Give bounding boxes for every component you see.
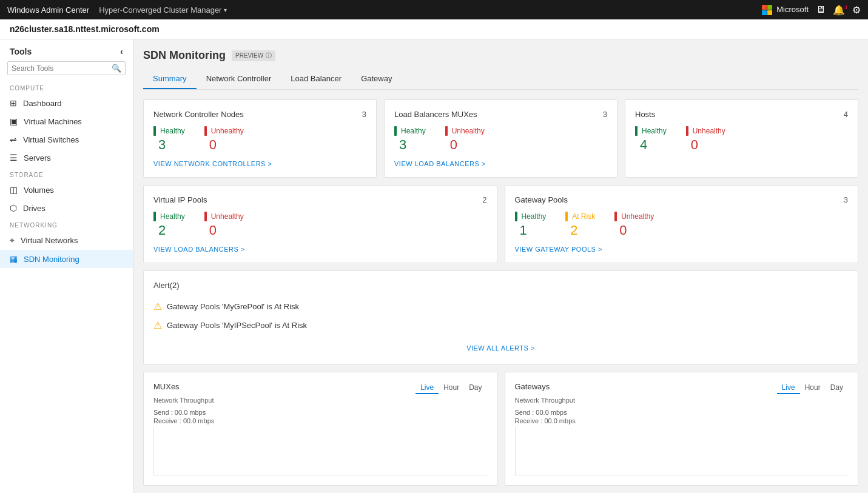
- lbm-unhealthy-indicator: [445, 126, 448, 136]
- tab-load-balancer[interactable]: Load Balancer: [281, 69, 351, 89]
- chart-gateways-time-tabs: Live Hour Day: [777, 382, 848, 394]
- stat-lbm-unhealthy: Unhealthy 0: [445, 126, 485, 153]
- chart-gateways: Gateways Live Hour Day Network Throughpu…: [505, 372, 859, 486]
- gp-unhealthy-value: 0: [614, 223, 654, 238]
- chart-muxes-time-tabs: Live Hour Day: [415, 382, 486, 394]
- alert-title: Alert(2): [153, 281, 848, 290]
- preview-badge: PREVIEW ⓘ: [232, 50, 275, 61]
- gp-at-risk-value: 2: [565, 223, 595, 238]
- stat-gp-healthy: Healthy 1: [515, 212, 547, 238]
- chart-gateways-tab-hour[interactable]: Hour: [800, 382, 826, 394]
- sidebar-item-virtual-switches[interactable]: ⇌ Virtual Switches: [0, 130, 133, 149]
- alert-item-1: ⚠ Gateway Pools 'MyIPSecPool' is At Risk: [153, 316, 848, 335]
- ms-logo-blue: [762, 10, 767, 15]
- app-name: Windows Admin Center: [7, 5, 89, 15]
- monitor-icon[interactable]: 🖥: [816, 4, 826, 15]
- alert-text-0: Gateway Pools 'MyGrePool' is At Risk: [167, 302, 299, 311]
- stat-lbm-healthy: Healthy 3: [394, 126, 426, 153]
- stat-ncn-unhealthy: Unhealthy 0: [204, 126, 244, 153]
- sidebar: Tools ‹ 🔍 COMPUTE ⊞ Dashboard ▣ Virtual …: [0, 39, 133, 493]
- stat-vip-unhealthy: Unhealthy 0: [204, 212, 244, 238]
- card-lbm-count: 3: [603, 110, 607, 119]
- chart-muxes-subtitle: Network Throughput: [153, 397, 487, 404]
- card-virtual-ip-pools: Virtual IP Pools 2 Healthy 2 U: [143, 185, 497, 263]
- stat-gp-unhealthy: Unhealthy 0: [614, 212, 654, 238]
- view-all-alerts-link[interactable]: VIEW ALL ALERTS >: [153, 335, 848, 354]
- chart-muxes-tab-hour[interactable]: Hour: [439, 382, 464, 394]
- sidebar-search[interactable]: 🔍: [7, 61, 126, 75]
- sidebar-item-virtual-machines[interactable]: ▣ Virtual Machines: [0, 112, 133, 130]
- cluster-name: n26cluster.sa18.nttest.microsoft.com: [10, 24, 160, 34]
- chart-gateways-send: Send : 00.0 mbps: [515, 409, 849, 416]
- card-hosts-count: 4: [844, 110, 848, 119]
- page-header: SDN Monitoring PREVIEW ⓘ: [143, 49, 858, 62]
- sidebar-item-sdn-monitoring[interactable]: ▦ SDN Monitoring: [0, 250, 133, 268]
- lbm-healthy-value: 3: [394, 137, 426, 153]
- tab-network-controller[interactable]: Network Controller: [197, 69, 281, 89]
- chart-gateways-title: Gateways: [515, 382, 550, 391]
- sidebar-item-virtual-networks[interactable]: ⌖ Virtual Networks: [0, 231, 133, 250]
- gp-link[interactable]: VIEW GATEWAY POOLS >: [515, 246, 849, 253]
- card-vip-stats: Healthy 2 Unhealthy 0: [153, 212, 487, 238]
- microsoft-label: Microsoft: [776, 5, 809, 15]
- card-ncn-count: 3: [362, 110, 366, 119]
- stat-gp-at-risk: At Risk 2: [565, 212, 595, 238]
- card-gateway-pools: Gateway Pools 3 Healthy 1 At R: [505, 185, 859, 263]
- ms-logo-yellow: [767, 10, 772, 15]
- chart-gateways-header: Gateways Live Hour Day: [515, 382, 849, 394]
- collapse-icon[interactable]: ‹: [120, 47, 123, 56]
- stat-hosts-unhealthy: Unhealthy 0: [686, 126, 725, 153]
- hosts-healthy-indicator: [635, 126, 638, 136]
- card-hosts-stats: Healthy 4 Unhealthy 0: [635, 126, 848, 153]
- card-hosts-title: Hosts: [635, 110, 655, 119]
- sidebar-label-dashboard: Dashboard: [23, 99, 62, 108]
- chart-gateways-tab-day[interactable]: Day: [826, 382, 848, 394]
- tab-bar: Summary Network Controller Load Balancer…: [143, 69, 858, 90]
- sidebar-item-volumes[interactable]: ◫ Volumes: [0, 181, 133, 199]
- card-hosts: Hosts 4 Healthy 4 Unhealthy: [625, 99, 858, 178]
- ncn-unhealthy-indicator: [204, 126, 207, 136]
- vip-unhealthy-label: Unhealthy: [211, 212, 244, 221]
- gp-healthy-indicator: [515, 212, 517, 221]
- preview-label: PREVIEW: [235, 52, 263, 59]
- tab-gateway[interactable]: Gateway: [351, 69, 402, 89]
- chart-gateways-tab-live[interactable]: Live: [777, 382, 800, 394]
- preview-info-icon[interactable]: ⓘ: [266, 52, 272, 60]
- gp-unhealthy-label: Unhealthy: [621, 212, 654, 221]
- chart-muxes-tab-day[interactable]: Day: [464, 382, 486, 394]
- card-gp-count: 3: [844, 195, 848, 204]
- ms-logo-red: [762, 5, 767, 10]
- topbar-right: Microsoft 🖥 🔔4 ⚙: [762, 4, 861, 16]
- sidebar-section-compute: COMPUTE: [0, 80, 133, 94]
- lbm-link[interactable]: VIEW LOAD BALANCERS >: [394, 160, 607, 167]
- settings-icon[interactable]: ⚙: [852, 4, 861, 16]
- ncn-healthy-label: Healthy: [160, 127, 185, 135]
- sidebar-item-servers[interactable]: ☰ Servers: [0, 149, 133, 167]
- volumes-icon: ◫: [10, 185, 18, 195]
- alert-text-1: Gateway Pools 'MyIPSecPool' is At Risk: [167, 321, 307, 330]
- chart-muxes-tab-live[interactable]: Live: [415, 382, 439, 394]
- notification-icon[interactable]: 🔔4: [833, 4, 845, 16]
- chart-muxes-area: [153, 427, 487, 475]
- sidebar-label-virtual-switches: Virtual Switches: [23, 135, 79, 144]
- card-vip-count: 2: [482, 195, 486, 204]
- alert-item-0: ⚠ Gateway Pools 'MyGrePool' is At Risk: [153, 297, 848, 316]
- search-input[interactable]: [12, 64, 112, 73]
- card-gp-title: Gateway Pools: [515, 195, 568, 204]
- card-hosts-header: Hosts 4: [635, 110, 848, 119]
- lbm-healthy-label: Healthy: [401, 127, 426, 135]
- tools-label: Tools: [10, 47, 32, 56]
- alert-section: Alert(2) ⚠ Gateway Pools 'MyGrePool' is …: [143, 270, 858, 364]
- sidebar-item-drives[interactable]: ⬡ Drives: [0, 199, 133, 217]
- gp-at-risk-label: At Risk: [572, 212, 595, 221]
- sdn-monitoring-icon: ▦: [10, 254, 18, 264]
- sidebar-item-dashboard[interactable]: ⊞ Dashboard: [0, 94, 133, 112]
- sidebar-section-networking: NETWORKING: [0, 217, 133, 231]
- page-title: SDN Monitoring: [143, 49, 226, 62]
- cluster-manager-chevron[interactable]: ▾: [224, 7, 227, 13]
- vip-link[interactable]: VIEW LOAD BALANCERS >: [153, 246, 487, 253]
- ncn-link[interactable]: VIEW NETWORK CONTROLLERS >: [153, 160, 366, 167]
- sidebar-label-virtual-machines: Virtual Machines: [24, 117, 82, 126]
- virtual-switches-icon: ⇌: [10, 135, 17, 144]
- tab-summary[interactable]: Summary: [143, 69, 197, 89]
